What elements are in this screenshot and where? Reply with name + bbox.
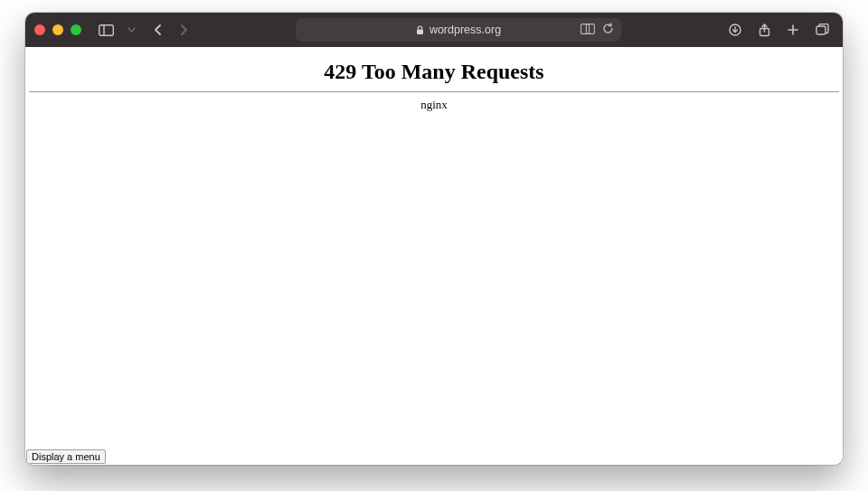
minimize-window-button[interactable] <box>52 24 63 35</box>
browser-window: wordpress.org <box>25 13 843 465</box>
back-button[interactable] <box>146 18 170 42</box>
reload-button[interactable] <box>602 23 614 37</box>
svg-rect-11 <box>816 26 826 34</box>
close-window-button[interactable] <box>34 24 45 35</box>
share-button[interactable] <box>752 18 776 42</box>
svg-rect-0 <box>99 24 113 35</box>
forward-button[interactable] <box>172 18 195 42</box>
address-text: wordpress.org <box>429 24 501 36</box>
reader-icon[interactable] <box>580 24 595 37</box>
page-content: 429 Too Many Requests nginx Display a me… <box>25 47 843 465</box>
server-name: nginx <box>25 98 843 112</box>
sidebar-toggle-button[interactable] <box>94 18 118 42</box>
browser-toolbar: wordpress.org <box>25 13 843 47</box>
toolbar-right-group <box>723 18 834 42</box>
chevron-down-icon[interactable] <box>125 18 137 42</box>
svg-rect-3 <box>581 24 590 33</box>
svg-rect-2 <box>417 29 423 34</box>
new-tab-button[interactable] <box>781 18 805 42</box>
divider <box>29 91 839 92</box>
window-controls <box>34 24 81 35</box>
nav-buttons <box>146 18 195 42</box>
fullscreen-window-button[interactable] <box>71 24 81 35</box>
error-page: 429 Too Many Requests nginx <box>25 47 843 112</box>
downloads-button[interactable] <box>723 18 747 42</box>
tab-overview-button[interactable] <box>810 18 834 42</box>
lock-icon <box>416 25 424 35</box>
svg-rect-4 <box>586 24 594 33</box>
error-heading: 429 Too Many Requests <box>25 60 843 84</box>
address-bar-container: wordpress.org <box>296 18 621 42</box>
address-bar[interactable]: wordpress.org <box>296 18 621 42</box>
status-tooltip: Display a menu <box>26 449 106 464</box>
